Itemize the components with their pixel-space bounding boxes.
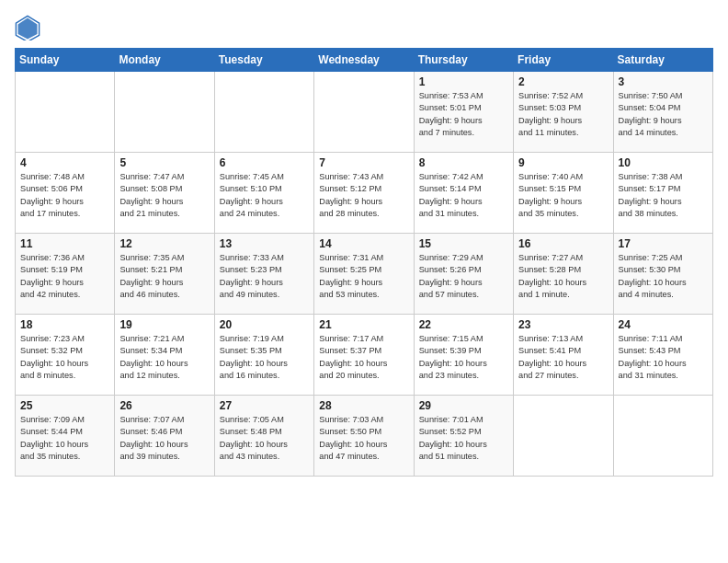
day-info: Sunrise: 7:11 AM Sunset: 5:43 PM Dayligh… <box>619 333 708 382</box>
calendar-cell <box>115 72 214 153</box>
weekday-header-thursday: Thursday <box>414 49 513 72</box>
day-info: Sunrise: 7:13 AM Sunset: 5:41 PM Dayligh… <box>518 333 608 382</box>
calendar-cell: 12Sunrise: 7:35 AM Sunset: 5:21 PM Dayli… <box>115 234 214 315</box>
weekday-header-sunday: Sunday <box>16 49 115 72</box>
day-number: 21 <box>319 318 408 331</box>
calendar-cell: 29Sunrise: 7:01 AM Sunset: 5:52 PM Dayli… <box>414 396 513 477</box>
logo <box>15 15 44 40</box>
calendar-cell: 20Sunrise: 7:19 AM Sunset: 5:35 PM Dayli… <box>214 315 313 396</box>
calendar-cell: 24Sunrise: 7:11 AM Sunset: 5:43 PM Dayli… <box>613 315 712 396</box>
day-number: 19 <box>119 318 209 331</box>
day-number: 26 <box>119 399 209 412</box>
calendar-cell: 15Sunrise: 7:29 AM Sunset: 5:26 PM Dayli… <box>414 234 513 315</box>
calendar-cell: 19Sunrise: 7:21 AM Sunset: 5:34 PM Dayli… <box>115 315 214 396</box>
calendar-table: SundayMondayTuesdayWednesdayThursdayFrid… <box>15 48 713 477</box>
day-info: Sunrise: 7:09 AM Sunset: 5:44 PM Dayligh… <box>20 414 109 463</box>
calendar-week-row: 1Sunrise: 7:53 AM Sunset: 5:01 PM Daylig… <box>16 72 713 153</box>
day-info: Sunrise: 7:52 AM Sunset: 5:03 PM Dayligh… <box>518 90 608 139</box>
day-info: Sunrise: 7:01 AM Sunset: 5:52 PM Dayligh… <box>419 414 508 463</box>
day-info: Sunrise: 7:07 AM Sunset: 5:46 PM Dayligh… <box>119 414 209 463</box>
calendar-cell: 5Sunrise: 7:47 AM Sunset: 5:08 PM Daylig… <box>115 153 214 234</box>
day-number: 28 <box>319 399 408 412</box>
weekday-header-monday: Monday <box>115 49 214 72</box>
calendar-cell: 4Sunrise: 7:48 AM Sunset: 5:06 PM Daylig… <box>16 153 115 234</box>
day-number: 16 <box>518 237 608 250</box>
day-number: 17 <box>619 237 708 250</box>
calendar-cell: 23Sunrise: 7:13 AM Sunset: 5:41 PM Dayli… <box>514 315 613 396</box>
day-number: 5 <box>119 156 209 169</box>
day-number: 1 <box>419 75 508 88</box>
day-info: Sunrise: 7:15 AM Sunset: 5:39 PM Dayligh… <box>419 333 508 382</box>
day-number: 3 <box>619 75 708 88</box>
day-info: Sunrise: 7:03 AM Sunset: 5:50 PM Dayligh… <box>319 414 408 463</box>
calendar-cell: 7Sunrise: 7:43 AM Sunset: 5:12 PM Daylig… <box>314 153 414 234</box>
calendar-cell <box>514 396 613 477</box>
day-number: 20 <box>220 318 309 331</box>
day-info: Sunrise: 7:33 AM Sunset: 5:23 PM Dayligh… <box>220 252 309 301</box>
calendar-cell: 1Sunrise: 7:53 AM Sunset: 5:01 PM Daylig… <box>414 72 513 153</box>
day-info: Sunrise: 7:42 AM Sunset: 5:14 PM Dayligh… <box>419 171 508 220</box>
calendar-cell: 13Sunrise: 7:33 AM Sunset: 5:23 PM Dayli… <box>214 234 313 315</box>
day-info: Sunrise: 7:25 AM Sunset: 5:30 PM Dayligh… <box>619 252 708 301</box>
day-number: 2 <box>518 75 608 88</box>
day-info: Sunrise: 7:43 AM Sunset: 5:12 PM Dayligh… <box>319 171 408 220</box>
calendar-cell: 14Sunrise: 7:31 AM Sunset: 5:25 PM Dayli… <box>314 234 414 315</box>
day-info: Sunrise: 7:53 AM Sunset: 5:01 PM Dayligh… <box>419 90 508 139</box>
day-info: Sunrise: 7:31 AM Sunset: 5:25 PM Dayligh… <box>319 252 408 301</box>
calendar-week-row: 25Sunrise: 7:09 AM Sunset: 5:44 PM Dayli… <box>16 396 713 477</box>
calendar-week-row: 18Sunrise: 7:23 AM Sunset: 5:32 PM Dayli… <box>16 315 713 396</box>
day-info: Sunrise: 7:17 AM Sunset: 5:37 PM Dayligh… <box>319 333 408 382</box>
calendar-cell: 10Sunrise: 7:38 AM Sunset: 5:17 PM Dayli… <box>613 153 712 234</box>
day-info: Sunrise: 7:50 AM Sunset: 5:04 PM Dayligh… <box>619 90 708 139</box>
page-header <box>15 15 713 40</box>
day-number: 14 <box>319 237 408 250</box>
calendar-cell: 17Sunrise: 7:25 AM Sunset: 5:30 PM Dayli… <box>613 234 712 315</box>
day-number: 23 <box>518 318 608 331</box>
day-info: Sunrise: 7:23 AM Sunset: 5:32 PM Dayligh… <box>20 333 109 382</box>
calendar-cell <box>613 396 712 477</box>
weekday-header-friday: Friday <box>514 49 613 72</box>
day-info: Sunrise: 7:19 AM Sunset: 5:35 PM Dayligh… <box>220 333 309 382</box>
calendar-cell: 3Sunrise: 7:50 AM Sunset: 5:04 PM Daylig… <box>613 72 712 153</box>
day-info: Sunrise: 7:45 AM Sunset: 5:10 PM Dayligh… <box>220 171 309 220</box>
day-info: Sunrise: 7:36 AM Sunset: 5:19 PM Dayligh… <box>20 252 109 301</box>
day-number: 22 <box>419 318 508 331</box>
day-info: Sunrise: 7:48 AM Sunset: 5:06 PM Dayligh… <box>20 171 109 220</box>
day-number: 7 <box>319 156 408 169</box>
day-number: 11 <box>20 237 109 250</box>
day-number: 29 <box>419 399 508 412</box>
calendar-cell: 11Sunrise: 7:36 AM Sunset: 5:19 PM Dayli… <box>16 234 115 315</box>
day-number: 10 <box>619 156 708 169</box>
calendar-cell: 16Sunrise: 7:27 AM Sunset: 5:28 PM Dayli… <box>514 234 613 315</box>
day-info: Sunrise: 7:47 AM Sunset: 5:08 PM Dayligh… <box>119 171 209 220</box>
calendar-header-row: SundayMondayTuesdayWednesdayThursdayFrid… <box>16 49 713 72</box>
calendar-cell: 8Sunrise: 7:42 AM Sunset: 5:14 PM Daylig… <box>414 153 513 234</box>
day-number: 25 <box>20 399 109 412</box>
calendar-cell <box>16 72 115 153</box>
day-number: 24 <box>619 318 708 331</box>
day-info: Sunrise: 7:38 AM Sunset: 5:17 PM Dayligh… <box>619 171 708 220</box>
day-number: 18 <box>20 318 109 331</box>
day-number: 8 <box>419 156 508 169</box>
day-info: Sunrise: 7:35 AM Sunset: 5:21 PM Dayligh… <box>119 252 209 301</box>
day-info: Sunrise: 7:21 AM Sunset: 5:34 PM Dayligh… <box>119 333 209 382</box>
calendar-cell: 9Sunrise: 7:40 AM Sunset: 5:15 PM Daylig… <box>514 153 613 234</box>
logo-icon <box>15 15 40 40</box>
calendar-week-row: 11Sunrise: 7:36 AM Sunset: 5:19 PM Dayli… <box>16 234 713 315</box>
calendar-cell: 25Sunrise: 7:09 AM Sunset: 5:44 PM Dayli… <box>16 396 115 477</box>
calendar-cell: 22Sunrise: 7:15 AM Sunset: 5:39 PM Dayli… <box>414 315 513 396</box>
calendar-week-row: 4Sunrise: 7:48 AM Sunset: 5:06 PM Daylig… <box>16 153 713 234</box>
day-number: 9 <box>518 156 608 169</box>
day-info: Sunrise: 7:05 AM Sunset: 5:48 PM Dayligh… <box>220 414 309 463</box>
calendar-cell: 21Sunrise: 7:17 AM Sunset: 5:37 PM Dayli… <box>314 315 414 396</box>
calendar-cell <box>214 72 313 153</box>
svg-marker-0 <box>18 18 38 40</box>
day-number: 4 <box>20 156 109 169</box>
calendar-cell <box>314 72 414 153</box>
weekday-header-saturday: Saturday <box>613 49 712 72</box>
calendar-cell: 27Sunrise: 7:05 AM Sunset: 5:48 PM Dayli… <box>214 396 313 477</box>
day-info: Sunrise: 7:29 AM Sunset: 5:26 PM Dayligh… <box>419 252 508 301</box>
day-number: 15 <box>419 237 508 250</box>
calendar-cell: 18Sunrise: 7:23 AM Sunset: 5:32 PM Dayli… <box>16 315 115 396</box>
calendar-cell: 6Sunrise: 7:45 AM Sunset: 5:10 PM Daylig… <box>214 153 313 234</box>
